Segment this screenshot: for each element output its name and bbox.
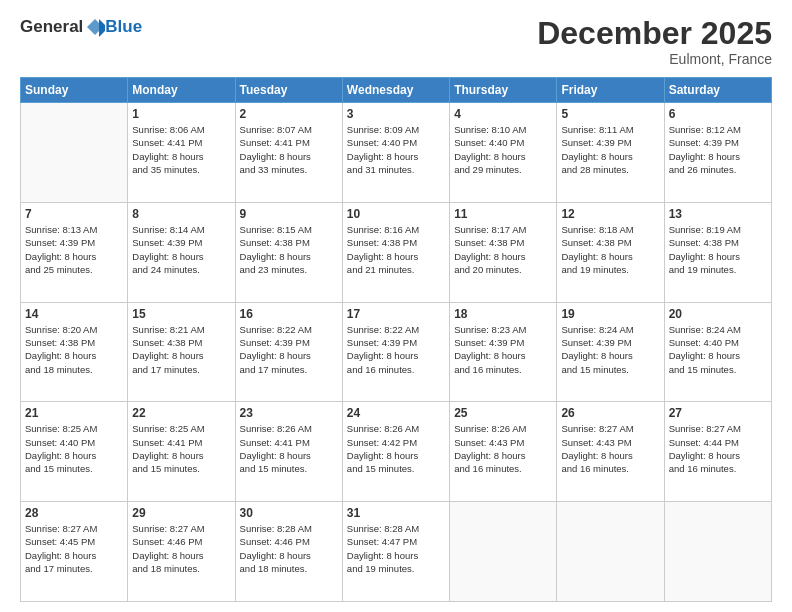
day-info: Sunrise: 8:24 AM Sunset: 4:39 PM Dayligh…: [561, 323, 659, 376]
calendar-cell: 13Sunrise: 8:19 AM Sunset: 4:38 PM Dayli…: [664, 202, 771, 302]
day-header-sunday: Sunday: [21, 78, 128, 103]
calendar-cell: 26Sunrise: 8:27 AM Sunset: 4:43 PM Dayli…: [557, 402, 664, 502]
day-info: Sunrise: 8:11 AM Sunset: 4:39 PM Dayligh…: [561, 123, 659, 176]
day-number: 15: [132, 307, 230, 321]
day-info: Sunrise: 8:22 AM Sunset: 4:39 PM Dayligh…: [240, 323, 338, 376]
calendar-cell: [450, 502, 557, 602]
day-number: 21: [25, 406, 123, 420]
day-info: Sunrise: 8:26 AM Sunset: 4:43 PM Dayligh…: [454, 422, 552, 475]
day-header-friday: Friday: [557, 78, 664, 103]
day-info: Sunrise: 8:17 AM Sunset: 4:38 PM Dayligh…: [454, 223, 552, 276]
calendar-cell: 5Sunrise: 8:11 AM Sunset: 4:39 PM Daylig…: [557, 103, 664, 203]
day-info: Sunrise: 8:27 AM Sunset: 4:44 PM Dayligh…: [669, 422, 767, 475]
calendar-cell: 18Sunrise: 8:23 AM Sunset: 4:39 PM Dayli…: [450, 302, 557, 402]
day-info: Sunrise: 8:27 AM Sunset: 4:46 PM Dayligh…: [132, 522, 230, 575]
calendar-cell: 12Sunrise: 8:18 AM Sunset: 4:38 PM Dayli…: [557, 202, 664, 302]
day-header-saturday: Saturday: [664, 78, 771, 103]
day-number: 30: [240, 506, 338, 520]
calendar-cell: 28Sunrise: 8:27 AM Sunset: 4:45 PM Dayli…: [21, 502, 128, 602]
calendar-cell: [21, 103, 128, 203]
day-header-wednesday: Wednesday: [342, 78, 449, 103]
day-number: 1: [132, 107, 230, 121]
day-info: Sunrise: 8:22 AM Sunset: 4:39 PM Dayligh…: [347, 323, 445, 376]
logo: General Blue: [20, 16, 142, 37]
header: General Blue December 2025 Eulmont, Fran…: [20, 16, 772, 67]
day-header-tuesday: Tuesday: [235, 78, 342, 103]
calendar-cell: 23Sunrise: 8:26 AM Sunset: 4:41 PM Dayli…: [235, 402, 342, 502]
day-info: Sunrise: 8:21 AM Sunset: 4:38 PM Dayligh…: [132, 323, 230, 376]
day-info: Sunrise: 8:25 AM Sunset: 4:41 PM Dayligh…: [132, 422, 230, 475]
day-info: Sunrise: 8:27 AM Sunset: 4:45 PM Dayligh…: [25, 522, 123, 575]
calendar-cell: 14Sunrise: 8:20 AM Sunset: 4:38 PM Dayli…: [21, 302, 128, 402]
day-number: 2: [240, 107, 338, 121]
day-number: 6: [669, 107, 767, 121]
calendar-cell: 24Sunrise: 8:26 AM Sunset: 4:42 PM Dayli…: [342, 402, 449, 502]
day-number: 11: [454, 207, 552, 221]
calendar-cell: 2Sunrise: 8:07 AM Sunset: 4:41 PM Daylig…: [235, 103, 342, 203]
day-info: Sunrise: 8:28 AM Sunset: 4:47 PM Dayligh…: [347, 522, 445, 575]
day-number: 7: [25, 207, 123, 221]
day-info: Sunrise: 8:10 AM Sunset: 4:40 PM Dayligh…: [454, 123, 552, 176]
calendar-cell: 15Sunrise: 8:21 AM Sunset: 4:38 PM Dayli…: [128, 302, 235, 402]
day-number: 23: [240, 406, 338, 420]
calendar-cell: 11Sunrise: 8:17 AM Sunset: 4:38 PM Dayli…: [450, 202, 557, 302]
day-info: Sunrise: 8:06 AM Sunset: 4:41 PM Dayligh…: [132, 123, 230, 176]
day-number: 29: [132, 506, 230, 520]
month-title: December 2025: [537, 16, 772, 51]
day-info: Sunrise: 8:09 AM Sunset: 4:40 PM Dayligh…: [347, 123, 445, 176]
day-number: 5: [561, 107, 659, 121]
day-info: Sunrise: 8:12 AM Sunset: 4:39 PM Dayligh…: [669, 123, 767, 176]
day-number: 24: [347, 406, 445, 420]
calendar-cell: 4Sunrise: 8:10 AM Sunset: 4:40 PM Daylig…: [450, 103, 557, 203]
calendar-cell: 17Sunrise: 8:22 AM Sunset: 4:39 PM Dayli…: [342, 302, 449, 402]
day-info: Sunrise: 8:18 AM Sunset: 4:38 PM Dayligh…: [561, 223, 659, 276]
calendar-week-row: 7Sunrise: 8:13 AM Sunset: 4:39 PM Daylig…: [21, 202, 772, 302]
day-info: Sunrise: 8:26 AM Sunset: 4:41 PM Dayligh…: [240, 422, 338, 475]
calendar-cell: 9Sunrise: 8:15 AM Sunset: 4:38 PM Daylig…: [235, 202, 342, 302]
day-info: Sunrise: 8:07 AM Sunset: 4:41 PM Dayligh…: [240, 123, 338, 176]
day-number: 3: [347, 107, 445, 121]
day-number: 10: [347, 207, 445, 221]
day-info: Sunrise: 8:16 AM Sunset: 4:38 PM Dayligh…: [347, 223, 445, 276]
day-number: 26: [561, 406, 659, 420]
calendar-cell: 30Sunrise: 8:28 AM Sunset: 4:46 PM Dayli…: [235, 502, 342, 602]
calendar-cell: 27Sunrise: 8:27 AM Sunset: 4:44 PM Dayli…: [664, 402, 771, 502]
day-info: Sunrise: 8:15 AM Sunset: 4:38 PM Dayligh…: [240, 223, 338, 276]
calendar-table: SundayMondayTuesdayWednesdayThursdayFrid…: [20, 77, 772, 602]
day-number: 22: [132, 406, 230, 420]
day-info: Sunrise: 8:13 AM Sunset: 4:39 PM Dayligh…: [25, 223, 123, 276]
calendar-cell: 8Sunrise: 8:14 AM Sunset: 4:39 PM Daylig…: [128, 202, 235, 302]
day-info: Sunrise: 8:19 AM Sunset: 4:38 PM Dayligh…: [669, 223, 767, 276]
day-info: Sunrise: 8:27 AM Sunset: 4:43 PM Dayligh…: [561, 422, 659, 475]
calendar-cell: 31Sunrise: 8:28 AM Sunset: 4:47 PM Dayli…: [342, 502, 449, 602]
page: General Blue December 2025 Eulmont, Fran…: [0, 0, 792, 612]
calendar-cell: [664, 502, 771, 602]
calendar-cell: 6Sunrise: 8:12 AM Sunset: 4:39 PM Daylig…: [664, 103, 771, 203]
location-subtitle: Eulmont, France: [537, 51, 772, 67]
day-info: Sunrise: 8:26 AM Sunset: 4:42 PM Dayligh…: [347, 422, 445, 475]
day-header-monday: Monday: [128, 78, 235, 103]
day-number: 28: [25, 506, 123, 520]
day-number: 8: [132, 207, 230, 221]
day-number: 31: [347, 506, 445, 520]
calendar-cell: 19Sunrise: 8:24 AM Sunset: 4:39 PM Dayli…: [557, 302, 664, 402]
calendar-week-row: 1Sunrise: 8:06 AM Sunset: 4:41 PM Daylig…: [21, 103, 772, 203]
calendar-cell: 3Sunrise: 8:09 AM Sunset: 4:40 PM Daylig…: [342, 103, 449, 203]
calendar-week-row: 28Sunrise: 8:27 AM Sunset: 4:45 PM Dayli…: [21, 502, 772, 602]
day-number: 14: [25, 307, 123, 321]
day-info: Sunrise: 8:24 AM Sunset: 4:40 PM Dayligh…: [669, 323, 767, 376]
day-number: 4: [454, 107, 552, 121]
calendar-cell: [557, 502, 664, 602]
day-number: 19: [561, 307, 659, 321]
day-number: 16: [240, 307, 338, 321]
day-info: Sunrise: 8:14 AM Sunset: 4:39 PM Dayligh…: [132, 223, 230, 276]
calendar-cell: 7Sunrise: 8:13 AM Sunset: 4:39 PM Daylig…: [21, 202, 128, 302]
title-area: December 2025 Eulmont, France: [537, 16, 772, 67]
day-number: 27: [669, 406, 767, 420]
calendar-cell: 10Sunrise: 8:16 AM Sunset: 4:38 PM Dayli…: [342, 202, 449, 302]
calendar-cell: 16Sunrise: 8:22 AM Sunset: 4:39 PM Dayli…: [235, 302, 342, 402]
calendar-week-row: 14Sunrise: 8:20 AM Sunset: 4:38 PM Dayli…: [21, 302, 772, 402]
calendar-cell: 22Sunrise: 8:25 AM Sunset: 4:41 PM Dayli…: [128, 402, 235, 502]
day-number: 18: [454, 307, 552, 321]
day-number: 20: [669, 307, 767, 321]
